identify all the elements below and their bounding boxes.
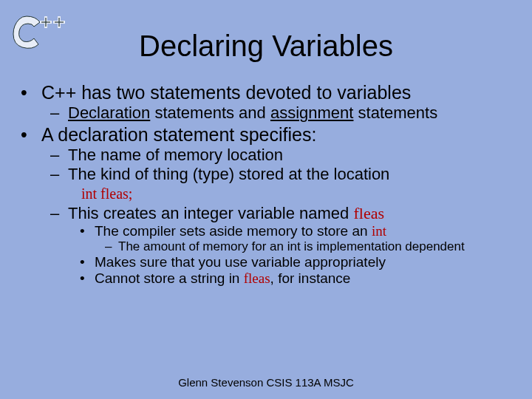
bullet-dot: • — [21, 82, 41, 103]
bullet-text: A declaration statement specifies: — [41, 124, 316, 146]
dash-bullet: – — [50, 204, 68, 223]
cpp-logo-icon — [12, 12, 69, 50]
dash-bullet: – — [50, 103, 68, 123]
sub-bullet-text: The amount of memory for an int is imple… — [118, 239, 465, 254]
slide-body: • C++ has two statements devoted to vari… — [0, 63, 532, 287]
sub-bullet-text: The kind of thing (type) stored at the l… — [68, 165, 389, 184]
sub-bullet-text: The name of memory location — [68, 146, 283, 165]
dash-bullet: – — [50, 146, 68, 165]
bullet-dot: • — [21, 124, 41, 146]
footer-text: Glenn Stevenson CSIS 113A MSJC — [0, 376, 532, 389]
bullet-dot: • — [80, 270, 95, 287]
dash-bullet: – — [105, 239, 118, 254]
code-sample: int fleas; — [81, 185, 511, 202]
slide-title: Declaring Variables — [0, 0, 532, 63]
sub-bullet-text: Declaration statements and assignment st… — [68, 103, 437, 123]
bullet-text: C++ has two statements devoted to variab… — [41, 82, 411, 103]
sub-bullet-text: This creates an integer variable named f… — [68, 204, 384, 223]
sub-bullet-text: Makes sure that you use variable appropr… — [95, 254, 386, 270]
bullet-dot: • — [80, 223, 95, 239]
bullet-dot: • — [80, 254, 95, 270]
sub-bullet-text: The compiler sets aside memory to store … — [95, 223, 386, 239]
dash-bullet: – — [50, 165, 68, 184]
sub-bullet-text: Cannot store a string in fleas, for inst… — [95, 270, 350, 287]
